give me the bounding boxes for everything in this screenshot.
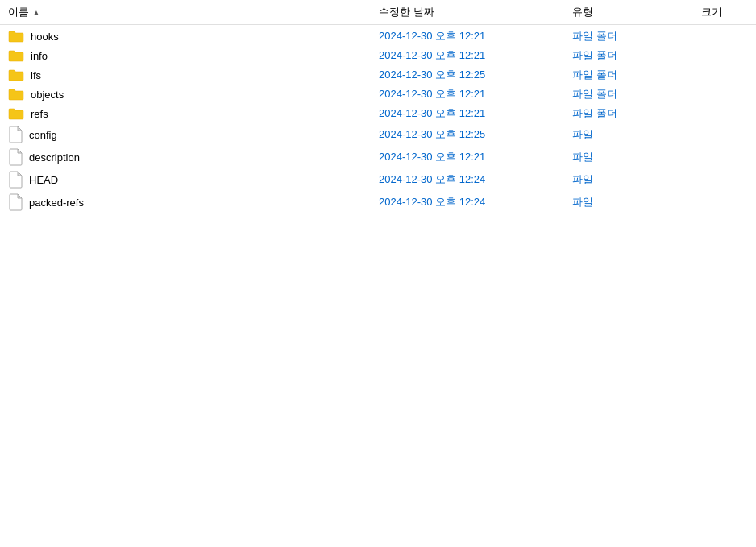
file-name: config — [29, 129, 57, 141]
file-name: lfs — [31, 69, 41, 81]
file-date: 2024-12-30 오후 12:24 — [379, 172, 572, 187]
folder-icon — [8, 48, 24, 63]
file-name-cell: objects — [8, 87, 379, 102]
file-date: 2024-12-30 오후 12:21 — [379, 29, 572, 44]
file-name: info — [31, 50, 48, 62]
header-size-label: 크기 — [701, 5, 722, 19]
file-icon — [8, 193, 23, 211]
file-name: hooks — [31, 31, 59, 43]
file-date: 2024-12-30 오후 12:21 — [379, 87, 572, 102]
file-name-cell: hooks — [8, 29, 379, 44]
file-type: 파일 폴더 — [572, 106, 701, 121]
file-date: 2024-12-30 오후 12:24 — [379, 195, 572, 209]
file-explorer: 이름 ▲ 수정한 날짜 유형 크기 hooks 2024-12-30 오후 12… — [0, 0, 756, 547]
file-type: 파일 폴더 — [572, 68, 701, 82]
table-row[interactable]: HEAD 2024-12-30 오후 12:24 파일 — [0, 168, 756, 191]
table-header: 이름 ▲ 수정한 날짜 유형 크기 — [0, 0, 756, 25]
file-name-cell: refs — [8, 106, 379, 121]
folder-icon — [8, 29, 24, 44]
table-row[interactable]: description 2024-12-30 오후 12:21 파일 — [0, 146, 756, 168]
folder-icon — [8, 87, 24, 102]
file-date: 2024-12-30 오후 12:21 — [379, 150, 572, 164]
file-name-cell: packed-refs — [8, 193, 379, 211]
header-type[interactable]: 유형 — [572, 5, 701, 19]
file-name-cell: info — [8, 48, 379, 63]
header-name-label: 이름 — [8, 5, 29, 19]
file-type: 파일 폴더 — [572, 87, 701, 102]
file-type: 파일 폴더 — [572, 29, 701, 44]
file-type: 파일 — [572, 150, 701, 164]
file-name-cell: config — [8, 126, 379, 143]
table-row[interactable]: config 2024-12-30 오후 12:25 파일 — [0, 123, 756, 146]
header-date[interactable]: 수정한 날짜 — [379, 5, 572, 19]
file-icon — [8, 171, 23, 189]
file-type: 파일 — [572, 195, 701, 209]
file-name: HEAD — [29, 174, 58, 186]
file-name: description — [29, 151, 80, 164]
header-type-label: 유형 — [572, 5, 593, 19]
file-name: packed-refs — [29, 197, 84, 209]
table-body: hooks 2024-12-30 오후 12:21 파일 폴더 info 202… — [0, 25, 756, 215]
table-row[interactable]: packed-refs 2024-12-30 오후 12:24 파일 — [0, 191, 756, 213]
table-row[interactable]: hooks 2024-12-30 오후 12:21 파일 폴더 — [0, 27, 756, 46]
file-icon — [8, 148, 23, 166]
table-row[interactable]: info 2024-12-30 오후 12:21 파일 폴더 — [0, 46, 756, 65]
table-row[interactable]: lfs 2024-12-30 오후 12:25 파일 폴더 — [0, 65, 756, 85]
file-name-cell: HEAD — [8, 171, 379, 189]
table-row[interactable]: objects 2024-12-30 오후 12:21 파일 폴더 — [0, 85, 756, 104]
header-size[interactable]: 크기 — [701, 5, 756, 19]
file-name-cell: lfs — [8, 68, 379, 82]
file-icon — [8, 126, 23, 143]
header-date-label: 수정한 날짜 — [379, 5, 434, 19]
file-type: 파일 — [572, 172, 701, 187]
file-name: objects — [31, 89, 64, 101]
folder-icon — [8, 106, 24, 121]
file-name: refs — [31, 108, 48, 120]
sort-icon: ▲ — [32, 8, 40, 17]
table-row[interactable]: refs 2024-12-30 오후 12:21 파일 폴더 — [0, 104, 756, 123]
file-date: 2024-12-30 오후 12:21 — [379, 106, 572, 121]
file-type: 파일 — [572, 127, 701, 142]
file-name-cell: description — [8, 148, 379, 166]
header-name[interactable]: 이름 ▲ — [8, 5, 379, 19]
folder-icon — [8, 68, 24, 82]
file-date: 2024-12-30 오후 12:25 — [379, 127, 572, 142]
file-date: 2024-12-30 오후 12:21 — [379, 48, 572, 63]
file-date: 2024-12-30 오후 12:25 — [379, 68, 572, 82]
file-type: 파일 폴더 — [572, 48, 701, 63]
